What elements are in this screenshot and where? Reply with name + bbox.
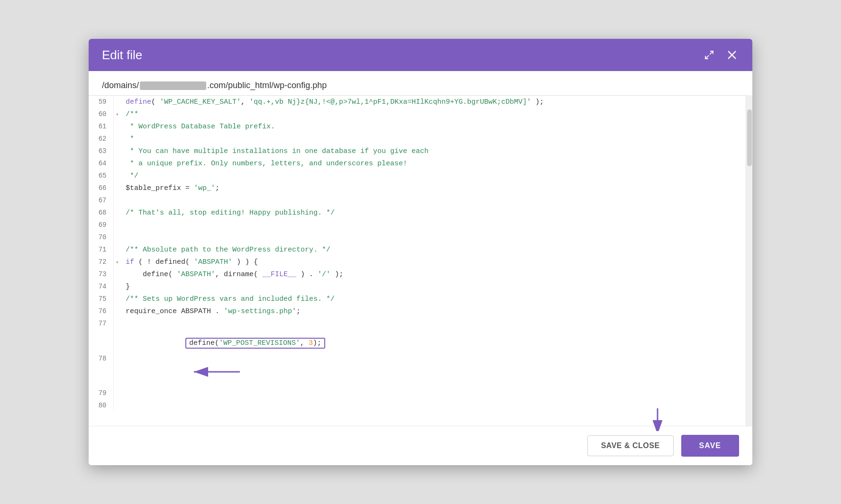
table-row: 68 /* That's all, stop editing! Happy pu…: [89, 207, 746, 219]
line-code: [121, 219, 746, 231]
line-code: * You can have multiple installations in…: [121, 145, 746, 157]
file-path: /domains/.com/public_html/wp-config.php: [89, 71, 752, 95]
fold-indicator: ▾: [113, 108, 121, 120]
fold-indicator: [113, 330, 121, 387]
line-number: 75: [89, 293, 113, 305]
code-table: 59 define( 'WP_CACHE_KEY_SALT', 'qq.+,vb…: [89, 96, 746, 412]
line-code: define( 'ABSPATH', dirname( __FILE__ ) .…: [121, 268, 746, 280]
line-code: }: [121, 280, 746, 293]
line-number: 77: [89, 317, 113, 330]
arrow-icon: [185, 365, 242, 379]
line-number: 69: [89, 219, 113, 231]
line-number: 79: [89, 387, 113, 399]
line-number: 74: [89, 280, 113, 293]
line-number: 68: [89, 207, 113, 219]
fold-indicator: [113, 231, 121, 243]
path-prefix: /domains/: [102, 81, 139, 90]
edit-file-modal: Edit file /domains/.com/public_html/wp-c…: [89, 39, 752, 465]
line-code: define( 'WP_CACHE_KEY_SALT', 'qq.+,vb Nj…: [121, 96, 746, 108]
line-number: 64: [89, 157, 113, 170]
header-icons: [702, 48, 739, 62]
scrollbar-track[interactable]: [746, 95, 752, 426]
fold-indicator: [113, 157, 121, 170]
fold-indicator: [113, 280, 121, 293]
table-row: 66 $table_prefix = 'wp_';: [89, 182, 746, 194]
path-suffix: .com/public_html/wp-config.php: [207, 81, 327, 90]
table-row: 79: [89, 387, 746, 399]
table-row: 72 ▾ if ( ! defined( 'ABSPATH' ) ) {: [89, 256, 746, 268]
fold-indicator: [113, 194, 121, 207]
line-number: 76: [89, 305, 113, 317]
table-row: 63 * You can have multiple installations…: [89, 145, 746, 157]
fold-indicator: [113, 293, 121, 305]
line-code: [121, 194, 746, 207]
table-row: 71 /** Absolute path to the WordPress di…: [89, 243, 746, 256]
table-row: 60 ▾ /**: [89, 108, 746, 120]
line-number: 66: [89, 182, 113, 194]
line-code: define('WP_POST_REVISIONS', 3);: [121, 330, 746, 387]
table-row: 59 define( 'WP_CACHE_KEY_SALT', 'qq.+,vb…: [89, 96, 746, 108]
svg-line-1: [705, 55, 709, 59]
table-row: 61 * WordPress Database Table prefix.: [89, 120, 746, 133]
table-row: 77: [89, 317, 746, 330]
fold-indicator: [113, 268, 121, 280]
scrollbar-thumb[interactable]: [747, 109, 752, 166]
close-button[interactable]: [725, 48, 739, 62]
line-number: 72: [89, 256, 113, 268]
line-number: 62: [89, 133, 113, 145]
fold-indicator: [113, 243, 121, 256]
line-code: * a unique prefix. Only numbers, letters…: [121, 157, 746, 170]
fold-indicator: [113, 387, 121, 399]
table-row: 74 }: [89, 280, 746, 293]
fold-indicator: [113, 120, 121, 133]
fold-indicator: [113, 317, 121, 330]
table-row: 65 */: [89, 170, 746, 182]
line-number: 80: [89, 399, 113, 412]
code-editor[interactable]: 59 define( 'WP_CACHE_KEY_SALT', 'qq.+,vb…: [89, 95, 746, 426]
expand-button[interactable]: [702, 48, 716, 62]
line-code: [121, 317, 746, 330]
table-row: 73 define( 'ABSPATH', dirname( __FILE__ …: [89, 268, 746, 280]
modal-title: Edit file: [102, 48, 142, 63]
table-row: 75 /** Sets up WordPress vars and includ…: [89, 293, 746, 305]
fold-indicator: [113, 170, 121, 182]
fold-indicator: [113, 219, 121, 231]
line-number: 73: [89, 268, 113, 280]
fold-indicator: [113, 96, 121, 108]
table-row: 69: [89, 219, 746, 231]
line-code: /** Absolute path to the WordPress direc…: [121, 243, 746, 256]
line-number: 67: [89, 194, 113, 207]
fold-indicator: [113, 133, 121, 145]
line-code: /** Sets up WordPress vars and included …: [121, 293, 746, 305]
fold-indicator: [113, 182, 121, 194]
fold-indicator: [113, 399, 121, 412]
modal-header: Edit file: [89, 39, 752, 71]
line-number: 78: [89, 330, 113, 387]
line-code: [121, 387, 746, 399]
line-number: 70: [89, 231, 113, 243]
line-number: 59: [89, 96, 113, 108]
table-row: 67: [89, 194, 746, 207]
line-code: require_once ABSPATH . 'wp-settings.php'…: [121, 305, 746, 317]
line-code: [121, 231, 746, 243]
line-code: $table_prefix = 'wp_';: [121, 182, 746, 194]
save-close-button[interactable]: SAVE & CLOSE: [587, 435, 674, 456]
line-number: 63: [89, 145, 113, 157]
fold-indicator: [113, 207, 121, 219]
line-code: /**: [121, 108, 746, 120]
line-code: if ( ! defined( 'ABSPATH' ) ) {: [121, 256, 746, 268]
fold-indicator: ▾: [113, 256, 121, 268]
svg-line-0: [710, 51, 713, 54]
line-code: *: [121, 133, 746, 145]
line-code: /* That's all, stop editing! Happy publi…: [121, 207, 746, 219]
save-button[interactable]: SAVE: [681, 435, 739, 457]
line-number: 71: [89, 243, 113, 256]
fold-indicator: [113, 305, 121, 317]
footer-arrow-icon: [646, 407, 669, 431]
modal-footer: SAVE & CLOSE SAVE: [89, 426, 752, 465]
highlighted-code: define('WP_POST_REVISIONS', 3);: [185, 338, 325, 349]
editor-area: 59 define( 'WP_CACHE_KEY_SALT', 'qq.+,vb…: [89, 95, 752, 426]
line-number: 61: [89, 120, 113, 133]
table-row: 62 *: [89, 133, 746, 145]
line-code: */: [121, 170, 746, 182]
